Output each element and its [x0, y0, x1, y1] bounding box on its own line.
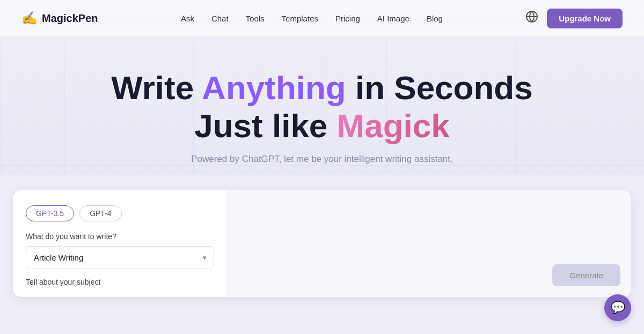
nav-links: Ask Chat Tools Templates Pricing AI Imag… — [181, 14, 443, 23]
gpt-tab-group: GPT-3.5 GPT-4 — [26, 205, 214, 221]
nav-right: Upgrade Now — [525, 9, 623, 28]
nav-templates[interactable]: Templates — [282, 14, 318, 23]
form-panel: GPT-3.5 GPT-4 What do you want to write?… — [13, 190, 228, 297]
nav-ask[interactable]: Ask — [181, 14, 194, 23]
gpt-4-tab[interactable]: GPT-4 — [79, 205, 121, 221]
output-panel: Generate — [228, 190, 631, 297]
language-icon[interactable] — [525, 10, 538, 26]
write-type-dropdown-wrapper: Article Writing Blog Post Essay Product … — [26, 246, 214, 269]
nav-chat[interactable]: Chat — [211, 14, 229, 23]
hero-subtitle: Powered by ChatGPT, let me be your intel… — [0, 154, 644, 165]
write-type-dropdown[interactable]: Article Writing Blog Post Essay Product … — [26, 246, 214, 269]
hero-title-part1: Write — [111, 69, 202, 106]
gpt-35-tab[interactable]: GPT-3.5 — [26, 205, 74, 221]
nav-pricing[interactable]: Pricing — [335, 14, 360, 23]
logo[interactable]: ✍️ MagickPen — [21, 11, 98, 26]
chat-bubble-icon: 💬 — [611, 301, 625, 315]
hero-title: Write Anything in Seconds Just like Magi… — [0, 69, 644, 145]
hero-title-part2: in Seconds — [346, 69, 533, 106]
navbar: ✍️ MagickPen Ask Chat Tools Templates Pr… — [0, 0, 644, 36]
hero-title-magick: Magick — [337, 107, 450, 144]
hero-section: Write Anything in Seconds Just like Magi… — [0, 36, 644, 175]
hero-title-just-like: Just like — [194, 107, 336, 144]
logo-icon: ✍️ — [21, 11, 38, 26]
chat-bubble-button[interactable]: 💬 — [604, 294, 631, 321]
generate-button[interactable]: Generate — [552, 264, 620, 286]
nav-tools[interactable]: Tools — [246, 14, 265, 23]
upgrade-button[interactable]: Upgrade Now — [547, 9, 623, 28]
nav-blog[interactable]: Blog — [427, 14, 443, 23]
main-card: GPT-3.5 GPT-4 What do you want to write?… — [13, 190, 631, 297]
hero-title-anything: Anything — [202, 69, 346, 106]
nav-ai-image[interactable]: AI Image — [377, 14, 409, 23]
write-label: What do you want to write? — [26, 232, 214, 241]
logo-text: MagickPen — [42, 12, 98, 25]
subject-label: Tell about your subject — [26, 278, 214, 286]
